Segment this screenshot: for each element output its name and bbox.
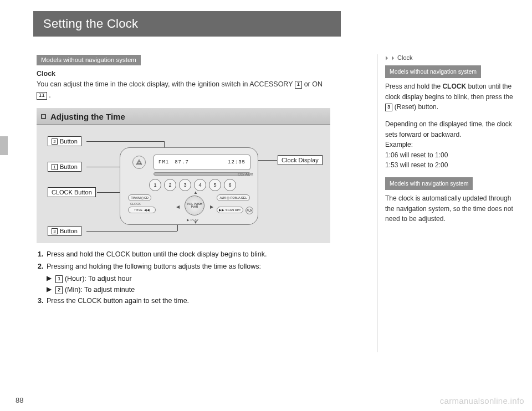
fmam-cd-button[interactable]: FM/AM CD — [128, 194, 151, 201]
callout-1-text: Button — [60, 163, 78, 170]
title-button[interactable]: TITLE ◀◀ — [128, 207, 156, 213]
cd-label: CD — [144, 196, 149, 199]
accessory-glyph: I — [295, 81, 302, 89]
aux-label: AUX — [219, 196, 226, 199]
page-title: Setting the Clock — [33, 11, 341, 37]
step-2a: ▶ 1 (Hour): To adjust hour — [38, 273, 330, 284]
intro-text-3: . — [49, 91, 50, 99]
callout-2-text: Button — [60, 138, 78, 145]
step-2b-text: (Min): To adjust minute — [63, 286, 135, 294]
section-topic: Clock You can adjust the time in the clo… — [37, 69, 330, 101]
hazard-button[interactable] — [132, 156, 146, 169]
sidebar-p1a: Press and hold the — [385, 83, 442, 90]
on-glyph: II — [37, 92, 47, 100]
radio-diagram: 2 Button 1 Button CLOCK Button 3 Button … — [37, 125, 330, 243]
sidebar-column: Clock Models without navigation system P… — [377, 54, 521, 352]
minute-glyph: 2 — [55, 286, 63, 294]
bullet-icon: ▶ — [47, 273, 55, 284]
aux-rdm-button[interactable]: AUX RDM/A.SEL — [217, 194, 250, 201]
seek-right-button[interactable]: ▶ — [210, 204, 213, 209]
preset-row: 1 2 3 4 5 6 — [149, 179, 236, 191]
intro-text-1: You can adjust the time in the clock dis… — [37, 80, 295, 88]
step-2-number: 2. — [38, 261, 47, 272]
play-label: ▶ PLAY — [187, 218, 199, 222]
display-band: FM1 — [158, 160, 169, 165]
chevron-icon — [385, 54, 390, 61]
leader-line — [86, 141, 164, 142]
page-number: 88 — [16, 396, 23, 404]
display-freq: 87.7 — [175, 160, 189, 165]
sidebar-p4: 1:06 will reset to 1:00 — [385, 151, 448, 159]
section-side-tab — [0, 136, 8, 155]
sidebar-heading-text: Clock — [397, 54, 413, 61]
fmam-label: FM/AM — [131, 196, 141, 199]
callout-3-icon: 3 — [52, 228, 58, 234]
callout-2-icon: 2 — [52, 138, 58, 145]
preset-4[interactable]: 4 — [194, 179, 206, 191]
preset-3[interactable]: 3 — [179, 179, 191, 191]
scan-label: SCAN — [226, 208, 234, 212]
subsection-heading-text: Adjusting the Time — [50, 112, 125, 121]
step-3-number: 3. — [38, 295, 47, 306]
sidebar-p5: 1:53 will reset to 2:00 — [385, 161, 448, 169]
sidebar-p6: The clock is automatically updated throu… — [385, 193, 521, 224]
watermark-text: carmanualsonline.info — [440, 396, 524, 405]
title-label: TITLE — [134, 208, 142, 212]
bullet-icon: ▶ — [47, 284, 55, 295]
sidebar-tag-without-nav: Models without navigation system — [385, 65, 481, 78]
step-1: 1. Press and hold the CLOCK button until… — [38, 249, 330, 260]
chevron-icon — [391, 54, 396, 61]
callout-clock-button: CLOCK Button — [48, 187, 96, 197]
callout-clock-display-text: Clock Display — [282, 157, 319, 163]
sidebar-p1e: (Reset) button. — [392, 103, 438, 111]
rdm-dot-icon — [227, 197, 229, 199]
preset-5[interactable]: 5 — [209, 179, 221, 191]
sidebar-heading: Clock — [385, 54, 521, 61]
intro-text-2: or ON — [304, 80, 323, 88]
seek-left-button[interactable]: ◀ — [176, 204, 180, 209]
preset-6[interactable]: 6 — [224, 179, 236, 191]
step-2a-text: (Hour): To adjust hour — [63, 275, 131, 282]
clock-sublabel: CLOCK — [130, 202, 141, 206]
step-3-text: Press the CLOCK button again to set the … — [47, 295, 330, 306]
display-clock: 12:35 — [228, 160, 245, 165]
sidebar-body: Models without navigation system Press a… — [385, 65, 521, 224]
rdm-label: RDM/A.SEL — [231, 196, 247, 199]
callout-button-1: 1 Button — [48, 162, 81, 172]
step-1-text: Press and hold the CLOCK button until th… — [47, 249, 330, 260]
aux-jack[interactable]: AUX — [245, 207, 253, 214]
radio-unit: FM1 87.7 12:35 CD/ AUX 1 2 3 4 5 6 FM/AM… — [120, 147, 258, 225]
volume-knob[interactable]: VOL PUSH PWR — [185, 196, 204, 215]
callout-clock-text: CLOCK Button — [52, 189, 92, 196]
hazard-icon — [136, 159, 142, 166]
callout-1-icon: 1 — [52, 164, 58, 170]
sidebar-p1b: CLOCK — [442, 83, 466, 90]
eject-label: CD/ AUX — [238, 172, 253, 176]
sidebar-p2: Depending on the displayed time, the clo… — [385, 120, 512, 138]
step-2b: ▶ 2 (Min): To adjust minute — [38, 284, 330, 295]
callout-button-2: 2 Button — [48, 136, 81, 146]
topic-word: Clock — [37, 70, 55, 78]
step-1-number: 1. — [38, 249, 47, 260]
leader-line — [86, 231, 177, 232]
sidebar-p3: Example: — [385, 141, 413, 148]
scan-rpt-button[interactable]: ▶▶ SCAN RPT — [217, 207, 243, 213]
step-3: 3. Press the CLOCK button again to set t… — [38, 295, 330, 306]
callout-clock-display: Clock Display — [278, 155, 323, 165]
step-2: 2. Pressing and holding the following bu… — [38, 261, 330, 272]
step-2-text: Pressing and holding the following butto… — [47, 261, 330, 272]
subsection-heading: Adjusting the Time — [37, 109, 330, 125]
preset-2[interactable]: 2 — [164, 179, 176, 191]
rpt-label: RPT — [235, 208, 241, 212]
preset-1[interactable]: 1 — [149, 179, 161, 191]
model-tag-without-nav: Models without navigation system — [37, 55, 141, 65]
reset-glyph: 3 — [385, 104, 392, 111]
callout-button-3: 3 Button — [48, 226, 81, 236]
radio-display: FM1 87.7 12:35 — [154, 155, 250, 170]
hour-glyph: 1 — [55, 275, 63, 283]
sidebar-tag-with-nav: Models with navigation system — [385, 177, 473, 190]
steps-list: 1. Press and hold the CLOCK button until… — [37, 249, 330, 306]
cd-dot-icon — [141, 197, 143, 199]
callout-3-text: Button — [60, 228, 78, 234]
cd-slot[interactable] — [154, 172, 250, 176]
